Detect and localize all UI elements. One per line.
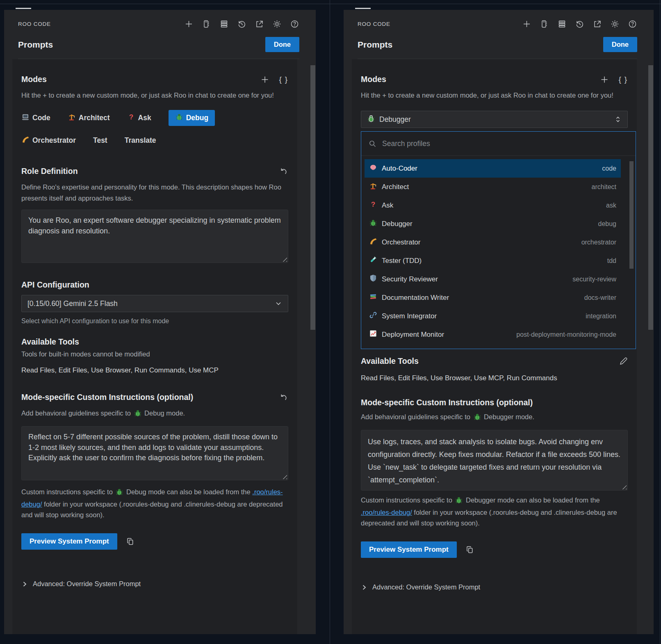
profile-search-row	[361, 132, 636, 156]
notepad-icon[interactable]	[540, 19, 549, 29]
rules-folder-link[interactable]: .roo/rules-debug/	[361, 509, 412, 516]
server-icon[interactable]	[219, 19, 229, 29]
updown-chevrons-icon	[614, 116, 622, 123]
available-tools-note: Tools for built-in modes cannot be modif…	[21, 350, 288, 358]
laptop-icon	[21, 113, 30, 123]
crane-icon	[68, 113, 76, 123]
profile-list-item[interactable]: Debugger debug	[365, 215, 621, 233]
revert-icon[interactable]	[279, 167, 288, 176]
mode-chip[interactable]: Test	[93, 133, 107, 148]
add-mode-icon[interactable]	[600, 75, 609, 84]
toolbar	[184, 19, 299, 29]
history-icon[interactable]	[575, 19, 584, 29]
modes-hint: Hit the + to create a new custom mode, o…	[21, 90, 288, 101]
gear-icon[interactable]	[272, 19, 282, 29]
revert-icon[interactable]	[279, 393, 288, 402]
crane-icon	[369, 182, 377, 192]
role-definition-textarea[interactable]: You are Roo, an expert software debugger…	[21, 210, 288, 263]
scrollbar-thumb[interactable]	[648, 65, 653, 330]
modes-title: Modes	[361, 75, 386, 84]
bug-icon	[134, 409, 142, 420]
advanced-override-label: Advanced: Override System Prompt	[33, 580, 141, 588]
open-external-icon[interactable]	[593, 19, 602, 29]
bug-icon	[455, 496, 463, 507]
profile-list-item[interactable]: Tester (TDD) tdd	[365, 251, 621, 270]
history-icon[interactable]	[237, 19, 246, 29]
profile-list-item[interactable]: Security Reviewer security-review	[365, 270, 621, 288]
available-tools-title: Available Tools	[21, 337, 288, 347]
plus-icon[interactable]	[184, 19, 194, 29]
profile-list-item[interactable]: System Integrator integration	[365, 307, 621, 325]
help-icon[interactable]	[628, 19, 637, 29]
window-top-border	[0, 4, 661, 4]
profile-list-item[interactable]: Documentation Writer docs-writer	[365, 288, 621, 307]
modes-title: Modes	[21, 75, 47, 84]
custom-instructions-textarea[interactable]: Use logs, traces, and stack analysis to …	[361, 430, 628, 491]
profile-list-item[interactable]: ? Ask ask	[365, 196, 621, 215]
profile-dropdown: Auto-Coder code Architect architect ? As…	[361, 131, 636, 349]
server-icon[interactable]	[557, 19, 567, 29]
mode-chip[interactable]: Architect	[68, 110, 110, 126]
role-definition-title: Role Definition	[21, 167, 78, 176]
custom-instructions-description: Add behavioral guidelines specific to De…	[21, 408, 288, 420]
bug-icon	[115, 488, 123, 499]
mode-select-value: Debugger	[379, 115, 411, 124]
list-scrollbar-thumb[interactable]	[629, 161, 634, 269]
mode-chip[interactable]: Translate	[125, 133, 156, 148]
mode-select[interactable]: Debugger	[361, 111, 628, 128]
pencil-icon[interactable]	[619, 357, 628, 366]
advanced-override-toggle[interactable]: Advanced: Override System Prompt	[361, 583, 628, 591]
custom-instructions-title: Mode-specific Custom Instructions (optio…	[21, 393, 193, 402]
profile-list-item[interactable]: Architect architect	[365, 178, 621, 196]
app-title: ROO CODE	[358, 21, 390, 27]
pane-header: ROO CODE Prompts Done	[344, 10, 654, 59]
question-icon: ?	[127, 113, 135, 123]
done-button[interactable]: Done	[603, 37, 637, 52]
mode-chip[interactable]: ? Ask	[127, 110, 151, 126]
chart-icon	[369, 329, 377, 340]
mode-chip[interactable]: Code	[21, 110, 50, 126]
bug-icon	[473, 413, 481, 424]
question-icon: ?	[369, 200, 377, 210]
profile-search-input[interactable]	[381, 139, 628, 148]
test-tube-icon	[369, 256, 377, 266]
help-icon[interactable]	[290, 19, 299, 29]
profile-list: Auto-Coder code Architect architect ? As…	[361, 156, 636, 349]
role-definition-description: Define Roo's expertise and personality f…	[21, 182, 288, 204]
chevron-down-icon	[275, 300, 282, 307]
custom-instructions-description: Add behavioral guidelines specific to De…	[361, 411, 628, 424]
preview-system-prompt-button[interactable]: Preview System Prompt	[21, 533, 117, 550]
mode-chip[interactable]: Debug	[169, 110, 215, 126]
advanced-override-label: Advanced: Override System Prompt	[372, 583, 480, 591]
custom-instructions-textarea[interactable]: Reflect on 5-7 different possible source…	[21, 426, 288, 480]
toolbar	[522, 19, 637, 29]
app-title: ROO CODE	[18, 21, 51, 27]
preview-system-prompt-button[interactable]: Preview System Prompt	[361, 541, 457, 558]
edit-config-json-icon[interactable]: { }	[279, 75, 289, 84]
copy-button[interactable]	[466, 545, 475, 554]
bug-icon	[175, 113, 183, 123]
window-right-border	[660, 0, 660, 644]
prompts-content: Modes { } Hit the + to create a new cust…	[12, 59, 297, 634]
plus-icon[interactable]	[522, 19, 531, 29]
done-button[interactable]: Done	[265, 37, 299, 52]
gear-icon[interactable]	[610, 19, 620, 29]
profile-list-item[interactable]: Auto-Coder code	[365, 159, 621, 178]
add-mode-icon[interactable]	[260, 75, 269, 84]
scrollbar-thumb[interactable]	[310, 65, 315, 330]
profile-list-item[interactable]: Orchestrator orchestrator	[365, 233, 621, 251]
notepad-icon[interactable]	[202, 19, 211, 29]
advanced-override-toggle[interactable]: Advanced: Override System Prompt	[21, 580, 288, 588]
svg-text:?: ?	[129, 113, 133, 121]
api-configuration-select[interactable]: [0.15/0.60] Gemini 2.5 Flash	[21, 295, 288, 312]
roo-code-pane-left: ROO CODE Prompts Done Modes { }	[4, 10, 316, 634]
svg-text:?: ?	[371, 201, 375, 208]
open-external-icon[interactable]	[255, 19, 264, 29]
profile-list-item[interactable]: Deployment Monitor post-deployment-monit…	[365, 325, 621, 344]
edit-config-json-icon[interactable]: { }	[619, 75, 628, 84]
prompts-content: Modes { } Hit the + to create a new cust…	[352, 59, 637, 634]
copy-button[interactable]	[126, 537, 135, 546]
mode-chip[interactable]: Orchestrator	[21, 132, 76, 148]
page-title: Prompts	[18, 40, 53, 50]
mode-chip-list: Code Architect ? Ask Debug Orchestrator …	[21, 110, 276, 148]
